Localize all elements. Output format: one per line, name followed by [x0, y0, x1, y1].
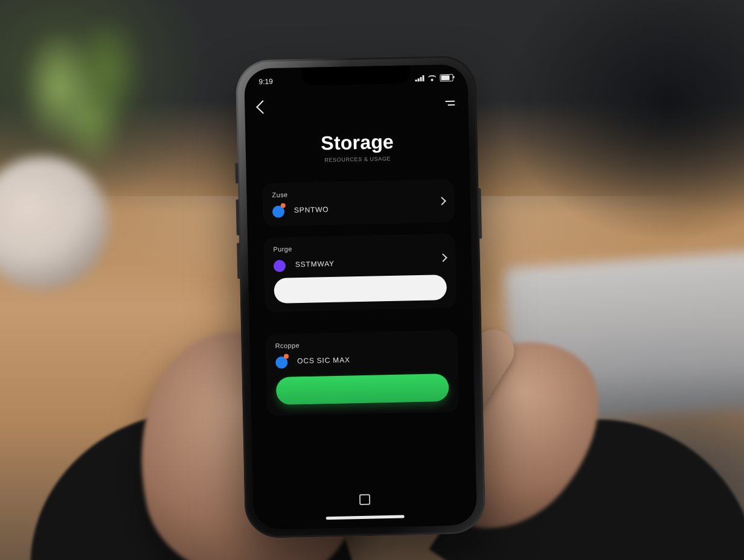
- section-heading: Purge: [273, 242, 446, 253]
- volume-down-button: [237, 243, 240, 279]
- phone-screen: 9:19 Storage RESOURCES & USAGE: [244, 64, 477, 530]
- category-color-icon: [275, 354, 290, 368]
- item-label: SSTMWAY: [295, 259, 335, 269]
- progress-bar: [274, 275, 447, 304]
- storage-item-1[interactable]: Zuse SPNTWO: [262, 179, 455, 227]
- category-color-icon: [272, 203, 287, 218]
- mute-switch: [235, 163, 239, 183]
- home-indicator[interactable]: [326, 515, 405, 520]
- volume-up-button: [236, 199, 240, 235]
- cellular-signal-icon: [415, 75, 424, 81]
- menu-button[interactable]: [445, 101, 455, 106]
- phone-device: 9:19 Storage RESOURCES & USAGE: [236, 56, 486, 538]
- item-label: OCS SIC MAX: [297, 355, 350, 365]
- photo-scene: 9:19 Storage RESOURCES & USAGE: [0, 0, 744, 560]
- power-button: [478, 188, 482, 239]
- battery-icon: [440, 74, 453, 81]
- section-heading: Zuse: [272, 188, 444, 199]
- storage-list: Zuse SPNTWO Purge SST: [262, 179, 459, 427]
- page-subtitle: RESOURCES & USAGE: [246, 154, 469, 165]
- recent-apps-button[interactable]: [359, 494, 370, 505]
- status-time: 9:19: [258, 77, 273, 86]
- storage-item-3[interactable]: Rcoppe OCS SIC MAX: [265, 330, 459, 416]
- page-title: Storage: [245, 129, 469, 156]
- back-button[interactable]: [256, 100, 270, 114]
- wifi-icon: [428, 75, 436, 81]
- action-button[interactable]: [276, 374, 449, 405]
- storage-item-2[interactable]: Purge SSTMWAY: [263, 234, 457, 313]
- display-notch: [301, 65, 411, 86]
- section-heading: Rcoppe: [275, 339, 448, 349]
- item-label: SPNTWO: [294, 205, 329, 214]
- category-color-icon: [274, 258, 288, 272]
